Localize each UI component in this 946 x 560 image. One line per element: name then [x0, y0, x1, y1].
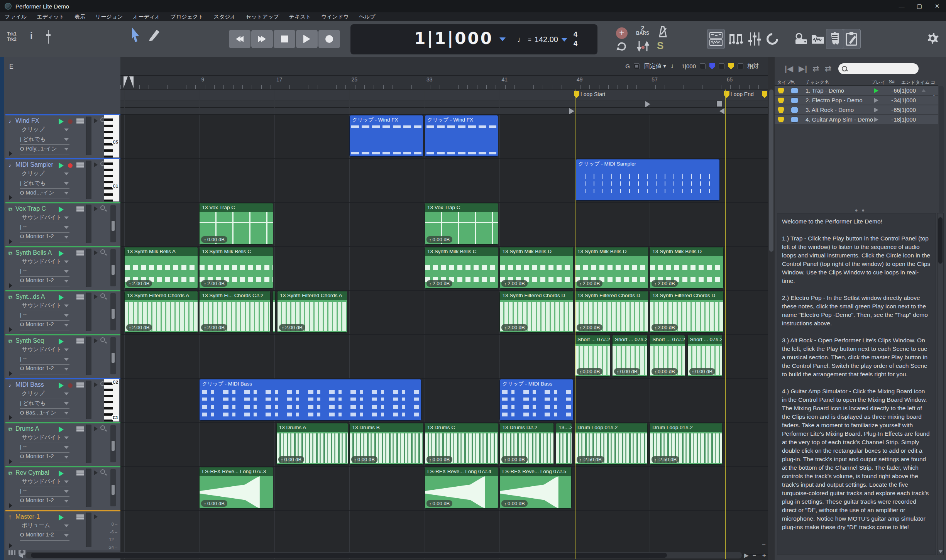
punch-in-out-icon[interactable] — [636, 41, 650, 54]
playhead-marker[interactable] — [124, 76, 134, 89]
chunk-name[interactable]: 4. Guitar Amp Sim - Demo — [806, 116, 873, 123]
chunk-shuffle-icon[interactable]: ⇄ — [825, 64, 832, 73]
row-dropdown-icon[interactable] — [64, 129, 69, 131]
track-zoom-icon[interactable] — [100, 469, 105, 474]
record-button[interactable] — [318, 30, 340, 48]
row-dropdown-icon[interactable] — [64, 236, 69, 239]
setlist-row[interactable]: 4. Guitar Amp Sim - Demo-18|1|000 — [775, 115, 938, 124]
track-expand-arrow-icon[interactable] — [94, 514, 98, 519]
chunk-name[interactable]: 2. Electro Pop - Demo — [806, 97, 863, 103]
audio-clip[interactable]: Short ... 07#.20.00 dB — [650, 335, 685, 377]
track-expander-icon[interactable] — [9, 239, 12, 244]
track-expander-icon[interactable] — [9, 371, 12, 376]
row-dropdown-icon[interactable] — [64, 270, 69, 273]
track-header-vox-trap-c[interactable]: ⧉Vox Trap Cサウンドバイト|--OMonitor 1-2 — [5, 202, 120, 246]
menu-item-7[interactable]: セットアップ — [246, 14, 279, 20]
setlist-row[interactable]: 1. Trap - Demo-66|1|000 — [775, 86, 938, 95]
track-expand-arrow-icon[interactable] — [94, 470, 98, 475]
row-dropdown-icon[interactable] — [64, 217, 69, 219]
track-header-synth-seq[interactable]: ⧉Synth Seqサウンドバイト|--OMonitor 1-2 — [5, 334, 120, 378]
track-mini-fader[interactable] — [86, 513, 91, 547]
track-menu-icon[interactable] — [76, 294, 84, 299]
panel-splitter-handle[interactable]: ● ● — [775, 209, 946, 213]
track-play-icon[interactable] — [59, 338, 64, 345]
vertical-zoom-out-button[interactable]: − — [762, 541, 766, 549]
track-expander-icon[interactable] — [9, 283, 12, 288]
scroll-left-arrow[interactable]: ◀ — [19, 552, 23, 559]
chunk-play-icon[interactable] — [874, 98, 878, 103]
tempo-value[interactable]: 142.00 — [535, 35, 558, 44]
mini-piano-keys[interactable]: C1 — [104, 159, 119, 201]
close-button[interactable]: ✕ — [928, 0, 946, 12]
row-dropdown-icon[interactable] — [64, 524, 69, 527]
track-name[interactable]: MIDI Sampler — [15, 161, 53, 168]
track-header-midi-bass[interactable]: ♪MIDI Bassクリップ|どれでもOBas...1-インC2C1 — [5, 378, 120, 422]
search-drive-icon[interactable] — [792, 29, 810, 49]
track-setting-row[interactable]: サウンドバイト — [20, 302, 69, 311]
audio-clip[interactable]: 13 Drums A0.00 dB — [276, 423, 349, 465]
row-dropdown-icon[interactable] — [64, 436, 69, 439]
menu-item-8[interactable]: テキスト — [289, 14, 311, 20]
track-level-slider[interactable] — [110, 469, 116, 506]
row-dropdown-icon[interactable] — [64, 280, 69, 283]
track-name[interactable]: Drums A — [15, 425, 39, 432]
track-play-icon[interactable] — [59, 470, 64, 477]
track-mini-fader[interactable] — [86, 381, 91, 419]
audio-clip[interactable]: Short ... 07#.20.00 dB — [612, 335, 648, 377]
row-dropdown-icon[interactable] — [64, 314, 69, 317]
track-level-slider[interactable] — [110, 249, 116, 286]
loop-start-line[interactable] — [575, 90, 575, 559]
track-name[interactable]: Synth Seq — [15, 337, 44, 344]
track-setting-row[interactable]: OMonitor 1-2 — [20, 497, 69, 506]
midi-editor-icon[interactable] — [727, 29, 745, 49]
track-setting-row[interactable]: OMonitor 1-2 — [20, 321, 69, 330]
row-dropdown-icon[interactable] — [64, 305, 69, 307]
track-play-icon[interactable] — [59, 382, 64, 389]
stop-button[interactable] — [274, 30, 295, 48]
track-setting-row[interactable]: |-- — [20, 355, 69, 365]
track-play-icon[interactable] — [59, 294, 64, 301]
mini-piano-keys[interactable]: C5 — [104, 115, 119, 157]
audio-clip[interactable]: Short ... 07#.20.00 dB — [687, 335, 723, 377]
track-setting-row[interactable]: OBas...1-イン — [20, 409, 69, 418]
row-dropdown-icon[interactable] — [64, 490, 69, 493]
track-mini-fader[interactable] — [86, 337, 91, 375]
audio-clip[interactable]: 13 Synth Fi... Chords C#.22.00 dB — [199, 291, 270, 333]
midi-clip[interactable]: クリップ - MIDI Bass — [199, 379, 421, 421]
track-header-midi-sampler[interactable]: ♪MIDI Samplerクリップ|どれでもOMod...-インC1 — [5, 158, 120, 202]
track-level-slider[interactable] — [110, 293, 116, 330]
menu-item-10[interactable]: ヘルプ — [359, 14, 376, 20]
track-record-icon[interactable] — [68, 383, 73, 388]
row-dropdown-icon[interactable] — [64, 349, 69, 351]
tempo-dropdown-icon[interactable] — [561, 38, 567, 42]
menu-item-0[interactable]: ファイル — [5, 14, 27, 20]
track-menu-icon[interactable] — [76, 118, 84, 124]
arrange-vertical-scrollbar[interactable] — [768, 57, 775, 560]
audio-clip[interactable]: 13 Synth Milk Bells D2.00 dB — [499, 247, 573, 289]
track-setting-row[interactable]: |どれでも — [20, 179, 69, 189]
horizontal-scrollbar[interactable] — [25, 552, 742, 558]
menu-item-5[interactable]: プロジェクト — [171, 14, 204, 20]
chunk-color-swatch[interactable] — [791, 107, 798, 113]
audio-clip[interactable]: LS-RFX Reve... Long 07#.50.00 dB — [499, 467, 572, 509]
setlist-scrollbar[interactable] — [939, 86, 944, 213]
track-name[interactable]: MIDI Bass — [15, 381, 44, 388]
track-expand-arrow-icon[interactable] — [94, 250, 98, 255]
chunk-play-icon[interactable] — [874, 108, 878, 112]
audio-clip[interactable]: 13....3 — [556, 423, 572, 465]
track-mini-fader[interactable] — [86, 117, 91, 155]
memory-marker-strip-1[interactable] — [120, 100, 768, 108]
setlist-row[interactable]: 2. Electro Pop - Demo-34|1|000 — [775, 96, 938, 105]
notes-scroll-thumb[interactable] — [938, 217, 943, 264]
track-setting-row[interactable]: クリップ — [20, 390, 69, 399]
audio-clip[interactable]: Drum Loop 01#.2-2.50 dB — [575, 423, 648, 465]
track-play-icon[interactable] — [59, 162, 64, 169]
track-setting-row[interactable]: サウンドバイト — [20, 434, 69, 443]
relative-checkbox[interactable] — [738, 63, 743, 69]
row-dropdown-icon[interactable] — [64, 534, 69, 537]
track-mini-fader[interactable] — [86, 425, 91, 463]
track-expander-icon[interactable] — [9, 543, 12, 548]
counter-dropdown-icon[interactable] — [499, 37, 506, 41]
audio-clip[interactable]: 13 Drums C0.00 dB — [425, 423, 498, 465]
solo-button[interactable]: S — [657, 40, 663, 52]
